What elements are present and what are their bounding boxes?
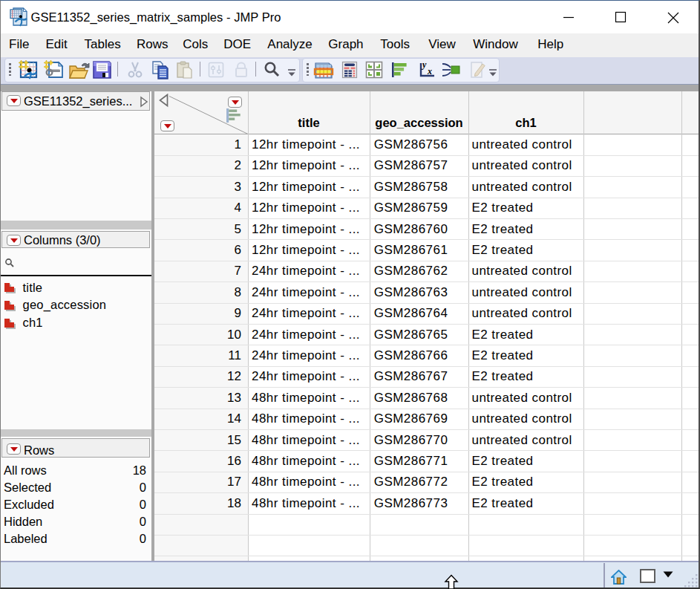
svg-text:y: y (421, 60, 427, 70)
svg-text:x: x (427, 66, 432, 77)
